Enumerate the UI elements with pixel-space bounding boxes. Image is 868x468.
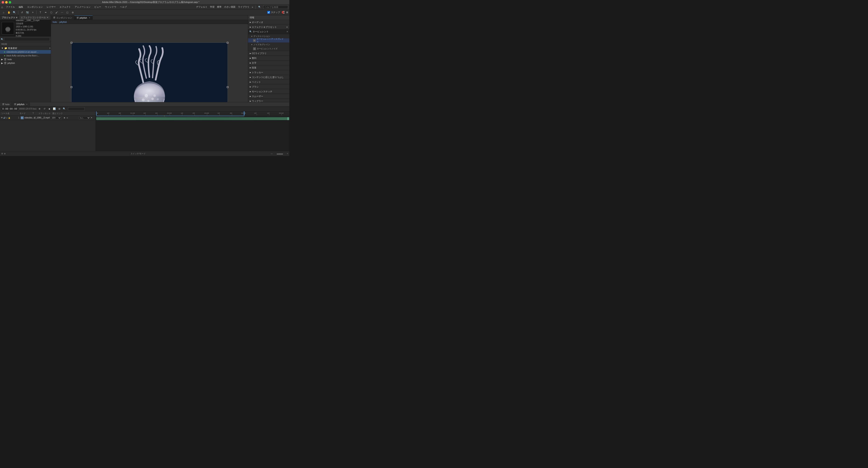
maximize-button[interactable] — [9, 1, 11, 3]
comp-settings-icon[interactable]: ⚙ — [1, 152, 3, 155]
folder-import-icon[interactable]: ⬇ — [49, 47, 51, 49]
menu-item-edit[interactable]: 編集 — [17, 5, 25, 9]
grid-icon[interactable]: ⊞ — [286, 11, 288, 14]
comp-tab-close[interactable]: ✕ — [89, 17, 90, 19]
menu-item-window[interactable]: ウィンドウ — [103, 5, 118, 9]
toolbar-btn-pen[interactable]: ✒ — [43, 10, 48, 15]
effects-search-input[interactable] — [253, 30, 286, 33]
layer-blending-icon[interactable]: ⊕ — [4, 152, 6, 155]
sort-icon[interactable]: ⬆ — [1, 43, 3, 45]
comp-tab-composition[interactable]: 🎬 コンポジション — [51, 16, 74, 20]
align-header[interactable]: ▶ 整列 — [248, 56, 289, 60]
timeline-tab-jellyfish[interactable]: 🎬 jellyfish ✕ — [12, 103, 30, 106]
toolbar-btn-camera[interactable]: 📷 — [25, 10, 30, 15]
toolbar-btn-zoom[interactable]: 🔍 — [12, 10, 17, 15]
toolbar-btn-shape[interactable]: ⬡ — [49, 10, 54, 15]
toolbar-btn-clone[interactable]: ⋯ — [60, 10, 64, 15]
handle-top-right[interactable] — [227, 42, 228, 43]
file-cat-video[interactable]: ▶ black-fluffy-cat-lying-on-the-floor-in… — [0, 54, 51, 57]
cc-library-header[interactable]: ▶ CCライブラリ — [248, 51, 289, 56]
toolbar-btn-pan[interactable]: ⊕ — [30, 10, 35, 15]
toolbar-btn-rotate[interactable]: ↺ — [20, 10, 24, 15]
layer-audio-icon[interactable]: 🔊 — [3, 117, 6, 119]
workspace-standard[interactable]: 標準 — [217, 5, 222, 8]
home-icon[interactable]: ⌂ — [1, 5, 3, 9]
timeline-search-input[interactable] — [68, 107, 85, 111]
help-search-input[interactable] — [263, 5, 288, 9]
menu-item-layer[interactable]: レイヤー — [45, 5, 57, 9]
layer-visibility-eye[interactable]: 👁 — [1, 117, 3, 119]
brush-header[interactable]: ▶ ブラシ — [248, 84, 289, 89]
paint-header[interactable]: ▶ ペイント — [248, 80, 289, 84]
menu-item-effects[interactable]: エフェクト — [58, 5, 72, 9]
breadcrumb-jellyfish[interactable]: jellyfish — [59, 21, 67, 23]
toolbar-btn-text[interactable]: T — [38, 10, 43, 15]
comp-tab-jellyfish[interactable]: 🎬 jellyfish ✕ — [74, 16, 93, 20]
handle-mid-left[interactable] — [71, 86, 72, 88]
expand-icon[interactable]: » — [252, 6, 253, 8]
effect-turbulent-noise[interactable]: fx タービュレントノイズ — [248, 47, 289, 51]
tl-btn-navigator[interactable]: ⊕ — [37, 107, 41, 111]
snap-checkbox-label[interactable]: スナップ — [267, 11, 280, 14]
toolbar-btn-eraser[interactable]: ◻ — [65, 10, 70, 15]
folder-holo[interactable]: ▶ 🎬 holo — [0, 57, 51, 61]
folder-media[interactable]: ▼ 📁 映像素材 ⬇ — [0, 46, 51, 50]
workspace-library[interactable]: ライブラリ — [238, 5, 249, 8]
layer-solo-icon[interactable]: ◎ — [6, 117, 8, 119]
handle-mid-right[interactable] — [227, 86, 228, 88]
toolbar-btn-home[interactable]: ⌂ — [1, 10, 6, 15]
content-fill-header[interactable]: ▶ コンテンツに応じた塗りつぶし — [248, 75, 289, 80]
minimize-button[interactable] — [5, 1, 8, 3]
tl-tab-close[interactable]: ✕ — [26, 104, 28, 106]
motion-sketch-header[interactable]: ▶ モーションスケッチ — [248, 89, 289, 94]
triangle-right-icon: ▶ — [250, 21, 251, 23]
tl-btn-keyframe[interactable]: ◆ — [47, 107, 52, 111]
tl-btn-graph[interactable]: 📊 — [52, 107, 56, 111]
timeline-current-time[interactable]: 0:00:00:00 — [1, 107, 18, 111]
toolbar-btn-puppet[interactable]: ⊛ — [70, 10, 75, 15]
menu-item-composition[interactable]: コンポジション — [25, 5, 44, 9]
toolbar-btn-hand[interactable]: ✋ — [7, 10, 11, 15]
effects-presets-header[interactable]: ▶ エフェクト＆プリセット ≡ — [248, 25, 289, 29]
text-header[interactable]: ▶ 文字 — [248, 61, 289, 65]
layer-parent-select-1[interactable]: なし — [79, 116, 90, 119]
file-jellyfish-video[interactable]: ▶ videoblocks-jellyfish-in-an-aquarium-o… — [0, 50, 51, 54]
close-button[interactable] — [2, 1, 4, 3]
effects-search-close[interactable]: ✕ — [286, 30, 288, 33]
snap-checkbox[interactable] — [267, 11, 270, 14]
workspace-small[interactable]: 小さい画面 — [224, 5, 236, 8]
menu-item-help[interactable]: ヘルプ — [118, 5, 128, 9]
workspace-controls: デフォルト 学習 標準 小さい画面 ライブラリ » 🔍 — [196, 5, 288, 9]
tl-btn-search[interactable]: 🔍 — [62, 107, 66, 111]
effect-turbulent-displace[interactable]: fx タービュレントディスプレイス — [248, 38, 289, 42]
project-search-input[interactable] — [4, 37, 50, 41]
tl-btn-marker[interactable]: ⊞ — [57, 107, 61, 111]
toolbar-btn-brush[interactable]: 🖌 — [54, 10, 59, 15]
layer-lock-icon[interactable]: 🔒 — [8, 117, 10, 119]
timeline-tab-holo[interactable]: 🎬 holo — [0, 103, 12, 106]
timeline-clip-bar[interactable] — [96, 117, 289, 120]
menu-item-view[interactable]: ビュー — [93, 5, 103, 9]
clip-end-handle[interactable] — [287, 117, 289, 120]
folder-jellyfish[interactable]: ▶ 🎬 jellyfish — [0, 61, 51, 65]
layer-mode-select-1[interactable]: 通常 — [51, 116, 61, 119]
timeline-playhead[interactable] — [96, 111, 97, 115]
workspace-default[interactable]: デフォルト — [196, 5, 208, 8]
breadcrumb-holo[interactable]: holo — [53, 21, 57, 23]
timeline-zoom-range[interactable]: ▬▬▬ — [274, 152, 286, 155]
tracker-header[interactable]: ▶ トラッカー — [248, 70, 289, 75]
tl-btn-loop[interactable]: ↺ — [42, 107, 46, 111]
paragraph-header[interactable]: ▶ 段落 — [248, 65, 289, 70]
menu-icon[interactable]: ≡ — [286, 26, 288, 28]
magnet-icon[interactable]: 🧲 — [282, 11, 285, 14]
timeline-zoom-in[interactable]: + — [287, 152, 288, 155]
workspace-learn[interactable]: 学習 — [210, 5, 215, 8]
window-controls[interactable] — [2, 1, 11, 3]
menu-item-animation[interactable]: アニメーション — [73, 5, 92, 9]
timeline-zoom-out[interactable]: — — [271, 152, 273, 155]
comp-active-icon: 🎬 — [76, 17, 79, 19]
effects-audio-header[interactable]: ▶ オーディオ — [248, 20, 289, 25]
menu-item-file[interactable]: ファイル — [4, 5, 17, 9]
smoother-header[interactable]: ▶ スムーザー — [248, 94, 289, 98]
handle-top-left[interactable] — [71, 42, 72, 43]
